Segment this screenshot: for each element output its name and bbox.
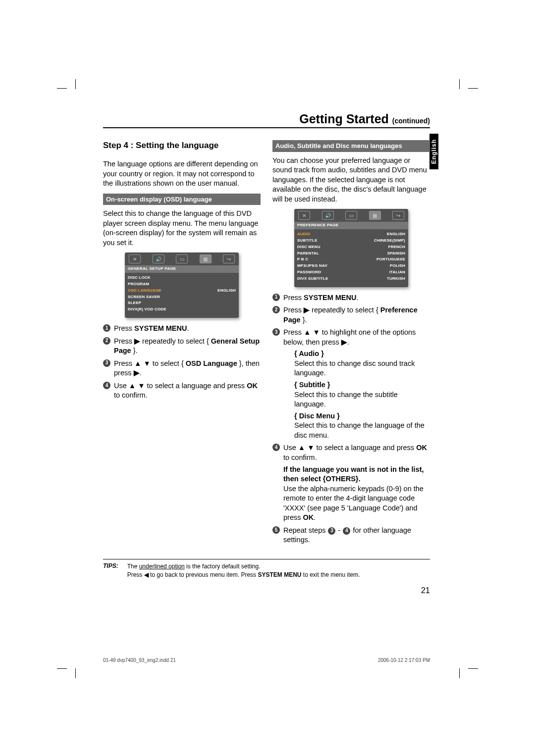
others-note: If the language you want is not in the l… [283, 465, 430, 523]
discmenu-option: { Disc Menu }Select this to change the l… [294, 411, 430, 441]
print-footer: 01-49 dvp7400_93_eng2.indd 21 2006-10-12… [103, 657, 430, 663]
up-down-arrow-icon: ▲ ▼ [129, 382, 145, 390]
menu-row: SCREEN SAVER [128, 294, 236, 301]
step-heading: Step 4 : Setting the language [103, 140, 261, 151]
menu-row: DIVX(R) VOD CODE [128, 306, 236, 313]
menu-icon-pref: ▦ [369, 211, 381, 220]
manual-page: Getting Started (continued) Step 4 : Set… [103, 112, 430, 595]
menu-icon-pref: ▦ [200, 254, 212, 263]
footer-timestamp: 2006-10-12 2:17:03 PM [378, 657, 430, 663]
menu-row: DISC LOCK [128, 275, 236, 281]
right-steps: 1 Press SYSTEM MENU. 2 Press ▶ repeatedl… [272, 293, 430, 546]
menu-icon-video: ▭ [176, 254, 188, 263]
preference-menu-screenshot: ✕ 🔊 ▭ ▦ ↪ PREFERENCE PAGE AUDIOENGLISHSU… [294, 209, 408, 287]
step-badge-2: 2 [272, 306, 280, 313]
up-down-arrow-icon: ▲ ▼ [134, 359, 151, 367]
audio-intro: You can choose your preferred language o… [272, 156, 430, 204]
step-badge-3: 3 [272, 328, 280, 336]
menu-icon-exit: ↪ [223, 254, 235, 263]
menu-row: DIVX SUBTITLETURKISH [297, 276, 405, 282]
menu-icon-tools: ✕ [298, 211, 310, 220]
section-bar-audio: Audio, Subtitle and Disc menu languages [272, 140, 430, 152]
menu-row: AUDIOENGLISH [297, 231, 405, 238]
right-arrow-icon: ▶ [341, 338, 347, 346]
menu-icon-audio: 🔊 [322, 211, 334, 220]
step-badge-4: 4 [103, 382, 110, 389]
left-column: Step 4 : Setting the language The langua… [103, 140, 261, 548]
right-arrow-icon: ▶ [304, 306, 310, 314]
menu-icon-video: ▭ [345, 211, 357, 220]
page-title: Getting Started (continued) [103, 112, 430, 128]
menu-row: MP3/JPEG NAVPOLISH [297, 263, 405, 269]
menu-row: DISC MENUFRENCH [297, 244, 405, 251]
menu-row: P B CPORTUGUESE [297, 256, 405, 263]
step-badge-2: 2 [103, 337, 110, 345]
audio-option: { Audio }Select this to change disc soun… [294, 349, 430, 378]
step-badge-3: 3 [103, 359, 110, 367]
step-badge-5: 5 [272, 526, 280, 534]
menu-row: SUBTITLECHINESE(SIMP) [297, 238, 405, 244]
step-badge-4-inline: 4 [343, 527, 350, 535]
step-badge-1: 1 [272, 294, 280, 301]
step-badge-3-inline: 3 [328, 527, 335, 535]
menu-row: PROGRAM [128, 281, 236, 288]
page-number: 21 [103, 586, 430, 595]
subtitle-option: { Subtitle }Select this to change the su… [294, 380, 430, 409]
up-down-arrow-icon: ▲ ▼ [304, 328, 320, 336]
menu-row: SLEEP [128, 300, 236, 306]
intro-text: The language options are different depen… [103, 159, 261, 189]
right-arrow-icon: ▶ [134, 337, 140, 345]
footer-file: 01-49 dvp7400_93_eng2.indd 21 [103, 657, 176, 663]
osd-menu-screenshot: ✕ 🔊 ▭ ▦ ↪ GENERAL SETUP PAGE DISC LOCKPR… [125, 252, 239, 318]
menu-row: PASSWORDITALIAN [297, 269, 405, 276]
tips-label: TIPS: [103, 562, 118, 580]
section-bar-osd: On-screen display (OSD) language [103, 194, 261, 205]
menu-header: PREFERENCE PAGE [294, 222, 408, 229]
left-steps: 1 Press SYSTEM MENU. 2 Press ▶ repeatedl… [103, 324, 261, 401]
step-badge-4: 4 [272, 444, 280, 451]
language-tab: English [429, 134, 438, 169]
tips-bar: TIPS: The underlined option is the facto… [103, 559, 430, 583]
step-badge-1: 1 [103, 324, 110, 332]
menu-icon-tools: ✕ [129, 254, 141, 263]
menu-row: PARENTALSPANISH [297, 251, 405, 257]
menu-icon-exit: ↪ [392, 211, 404, 220]
menu-row: OSD LANGUAGEENGLISH [128, 288, 236, 294]
right-column: Audio, Subtitle and Disc menu languages … [272, 140, 430, 548]
menu-icon-audio: 🔊 [153, 254, 164, 263]
left-arrow-icon: ◀ [144, 571, 149, 578]
menu-header: GENERAL SETUP PAGE [125, 265, 239, 273]
osd-body: Select this to change the language of th… [103, 209, 261, 248]
right-arrow-icon: ▶ [134, 369, 140, 377]
up-down-arrow-icon: ▲ ▼ [298, 444, 315, 452]
